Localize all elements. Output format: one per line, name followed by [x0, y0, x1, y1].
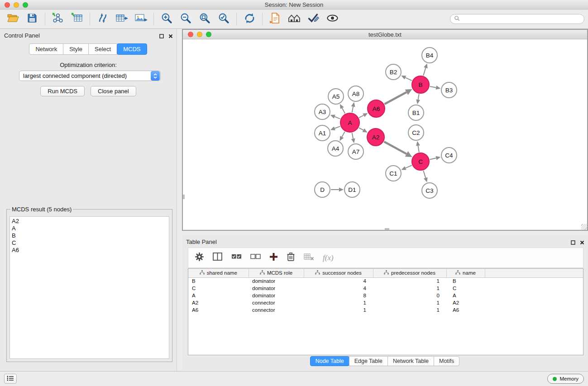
graph-node-A3[interactable]: A3 — [315, 104, 330, 119]
graph-node-A4[interactable]: A4 — [328, 141, 343, 156]
graph-edge-A6-B[interactable] — [384, 89, 412, 104]
close-panel-icon[interactable] — [168, 32, 173, 40]
add-row-button[interactable] — [269, 253, 278, 263]
graph-edge-A-A7[interactable] — [351, 133, 355, 143]
graph-node-B3[interactable]: B3 — [441, 82, 457, 98]
tab-edge-table[interactable]: Edge Table — [349, 356, 388, 366]
tab-node-table[interactable]: Node Table — [310, 356, 349, 366]
memory-button[interactable]: Memory — [547, 374, 584, 384]
close-window-button[interactable] — [5, 2, 10, 8]
graph-edge-A-A8[interactable] — [351, 102, 355, 113]
maximize-window-button[interactable] — [23, 2, 28, 8]
graph-node-B4[interactable]: B4 — [422, 48, 437, 63]
graph-edge-C-C4[interactable] — [430, 156, 440, 160]
graph-node-B1[interactable]: B1 — [408, 105, 424, 120]
float-panel-icon[interactable] — [159, 32, 164, 40]
graph-edge-A-A5[interactable] — [340, 104, 345, 114]
close-table-panel-icon[interactable] — [580, 238, 584, 247]
graph-edge-A-A4[interactable] — [339, 132, 344, 141]
graph-edge-B-B3[interactable] — [430, 86, 441, 90]
network-minimize-button[interactable] — [197, 32, 202, 37]
apply-style-button[interactable] — [304, 11, 323, 27]
graph-edge-C-C2[interactable] — [416, 141, 420, 152]
graph-edge-A-A2[interactable] — [359, 128, 368, 132]
graph-node-A5[interactable]: A5 — [328, 89, 344, 104]
horizontal-scroll-indicator[interactable] — [385, 228, 389, 230]
column-header-shared-name[interactable]: shared name — [188, 269, 249, 277]
import-network-button[interactable] — [48, 11, 67, 27]
float-table-panel-icon[interactable] — [571, 238, 575, 247]
column-header-predecessor-nodes[interactable]: predecessor nodes — [373, 269, 446, 277]
select-all-button[interactable] — [231, 253, 242, 262]
mcds-result-item[interactable]: B — [12, 232, 167, 239]
zoom-out-button[interactable] — [176, 11, 195, 27]
minimize-window-button[interactable] — [14, 2, 19, 8]
network-maximize-button[interactable] — [206, 32, 211, 37]
tab-motifs[interactable]: Motifs — [434, 356, 459, 366]
deselect-all-button[interactable] — [250, 253, 261, 262]
graph-node-D1[interactable]: D1 — [344, 182, 360, 197]
column-settings-button[interactable] — [195, 252, 204, 263]
zoom-in-button[interactable] — [157, 11, 176, 27]
zoom-fit-button[interactable] — [195, 11, 214, 27]
close-panel-button[interactable]: Close panel — [91, 86, 136, 96]
resize-handle[interactable] — [581, 224, 587, 230]
function-builder-button[interactable]: f(x) — [323, 253, 334, 262]
tab-select[interactable]: Select — [88, 43, 117, 55]
network-close-button[interactable] — [188, 32, 193, 37]
graph-node-B2[interactable]: B2 — [386, 64, 401, 80]
network-canvas[interactable]: B4B2BB3A5A8A6B1A3AC2A1A2A4A7C4CC1C3DD1 — [183, 39, 587, 230]
graph-edge-A-A3[interactable] — [330, 115, 340, 119]
graph-edge-C-C1[interactable] — [401, 165, 411, 170]
export-image-button[interactable] — [131, 11, 150, 27]
search-input[interactable] — [462, 16, 580, 22]
export-table-button[interactable] — [112, 11, 131, 27]
refresh-view-button[interactable] — [240, 11, 259, 27]
graph-edge-C-C3[interactable] — [423, 171, 427, 182]
split-panel-button[interactable] — [213, 253, 223, 263]
mcds-result-item[interactable]: A2 — [12, 218, 167, 225]
graph-edge-A-A6[interactable] — [359, 113, 368, 118]
graph-node-C1[interactable]: C1 — [386, 166, 401, 181]
import-table-button[interactable] — [67, 11, 86, 27]
graph-node-A6[interactable]: A6 — [368, 100, 385, 117]
table-row[interactable]: A6connector11A6 — [188, 306, 583, 314]
graph-edge-B-B2[interactable] — [401, 76, 412, 81]
table-row[interactable]: Bdominator41B — [188, 277, 583, 285]
mcds-result-item[interactable]: A6 — [12, 247, 167, 254]
save-session-button[interactable] — [23, 11, 42, 27]
run-mcds-button[interactable]: Run MCDS — [40, 86, 85, 96]
merge-networks-button[interactable] — [93, 11, 112, 27]
graph-node-A1[interactable]: A1 — [315, 125, 330, 141]
show-hide-button[interactable] — [323, 11, 342, 27]
graph-node-D[interactable]: D — [315, 182, 330, 197]
export-document-button[interactable] — [266, 11, 285, 27]
graph-node-C4[interactable]: C4 — [441, 148, 457, 163]
delete-row-button[interactable] — [287, 252, 295, 263]
graph-node-A2[interactable]: A2 — [367, 129, 384, 146]
tab-network[interactable]: Network — [29, 43, 63, 55]
column-header-successor-nodes[interactable]: successor nodes — [304, 269, 373, 277]
graph-edge-D-D1[interactable] — [331, 188, 344, 192]
graph-node-A8[interactable]: A8 — [348, 86, 363, 101]
mcds-result-item[interactable]: A — [12, 225, 167, 232]
search-box[interactable] — [450, 14, 584, 24]
graph-node-C[interactable]: C — [412, 153, 429, 170]
column-header-name[interactable]: name — [446, 269, 485, 277]
column-header-MCDS-role[interactable]: MCDS role — [249, 269, 304, 277]
mcds-result-item[interactable]: C — [12, 239, 167, 247]
vertical-scroll-indicator[interactable] — [183, 195, 185, 199]
graph-edge-A-A1[interactable] — [330, 126, 340, 130]
graph-edge-B-B4[interactable] — [423, 63, 428, 76]
table-row[interactable]: Cdominator41C — [188, 285, 583, 292]
show-panels-button[interactable] — [4, 374, 17, 384]
graph-node-A7[interactable]: A7 — [348, 144, 363, 159]
graph-edge-B-B1[interactable] — [416, 94, 420, 105]
graph-edge-A2-C[interactable] — [384, 142, 412, 157]
mcds-result-list[interactable]: A2ABCA6 — [10, 216, 169, 359]
open-file-button[interactable] — [4, 11, 23, 27]
graph-node-C3[interactable]: C3 — [422, 183, 437, 198]
graph-node-A[interactable]: A — [340, 113, 359, 132]
delete-table-button[interactable] — [304, 253, 314, 262]
table-row[interactable]: A2connector11A2 — [188, 299, 583, 306]
